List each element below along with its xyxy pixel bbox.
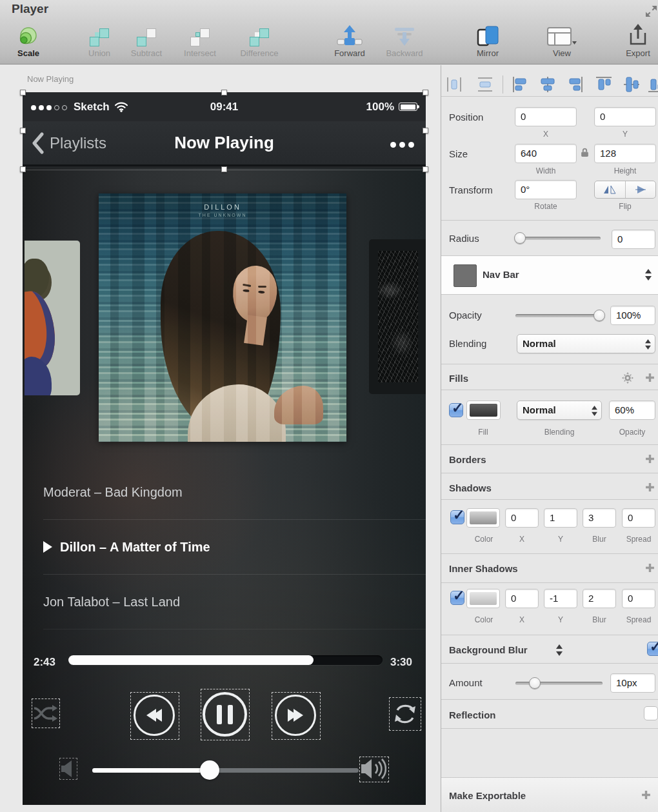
amount-slider[interactable] [515, 677, 603, 689]
fast-forward-button[interactable] [272, 692, 321, 740]
track-divider [43, 519, 426, 520]
align-bottom-icon[interactable] [648, 76, 658, 93]
volume-slider[interactable] [92, 760, 359, 780]
inner-shadow-color-swatch[interactable] [466, 589, 500, 608]
add-border-icon[interactable] [645, 454, 655, 464]
style-swatch[interactable] [454, 264, 477, 287]
shadow-y-field[interactable]: 1 [544, 508, 577, 528]
toolbar-button-view[interactable]: View [532, 22, 592, 58]
artboard-label[interactable]: Now Playing [27, 74, 74, 84]
fill-enabled-checkbox[interactable] [449, 403, 463, 417]
blending-dropdown[interactable]: Normal [517, 334, 655, 353]
volume-max-button[interactable] [359, 757, 389, 782]
add-inner-shadow-icon[interactable] [645, 563, 655, 573]
shadow-enabled-checkbox[interactable] [450, 510, 464, 524]
align-top-icon[interactable] [595, 76, 612, 93]
reflection-label: Reflection [449, 709, 496, 720]
toolbar-button-backward[interactable]: Backward [375, 22, 434, 58]
align-left-icon[interactable] [512, 76, 528, 93]
shadow-blur-field[interactable]: 3 [583, 508, 616, 528]
align-center-horizontal-icon[interactable] [540, 76, 555, 93]
toolbar-button-mirror[interactable]: Mirror [458, 22, 517, 58]
selection-handle-sw[interactable] [20, 166, 26, 172]
align-middle-vertical-icon[interactable] [623, 76, 640, 93]
shared-style-row[interactable]: Nav Bar [441, 256, 658, 294]
selection-handle-s[interactable] [221, 166, 227, 172]
make-exportable-row[interactable]: Make Exportable [441, 777, 658, 812]
reflection-checkbox[interactable] [644, 706, 658, 720]
inner-shadow-blur-field[interactable]: 2 [583, 589, 616, 608]
opacity-field[interactable]: 100% [610, 306, 655, 325]
style-stepper-icon[interactable] [645, 268, 652, 281]
album-art-next[interactable] [369, 239, 426, 394]
toolbar-button-scale[interactable]: Scale [0, 22, 58, 58]
add-shadow-icon[interactable] [645, 482, 655, 492]
add-fill-icon[interactable] [645, 373, 655, 382]
shadow-x-field[interactable]: 0 [505, 508, 539, 528]
fill-opacity-field[interactable]: 60% [609, 401, 655, 420]
intersect-icon [170, 22, 230, 46]
design-canvas[interactable]: Now Playing Sketch 09:41 100% Playlis [0, 65, 441, 812]
position-y-field[interactable]: 0 [594, 107, 656, 126]
album-art-current[interactable]: DILLON THE UNKNOWN [99, 193, 346, 442]
track-row-playing[interactable]: Dillon – A Matter of Time [43, 538, 413, 556]
blur-type-stepper-icon[interactable] [556, 644, 563, 657]
repeat-button[interactable] [389, 697, 421, 731]
fill-color-swatch[interactable] [466, 401, 501, 420]
gear-icon[interactable] [622, 372, 633, 384]
progress-bar[interactable] [68, 655, 383, 665]
selection-handle-nw[interactable] [20, 90, 26, 95]
selection-handle-w[interactable] [20, 128, 26, 134]
inner-shadow-x-field[interactable]: 0 [505, 589, 539, 608]
amount-field[interactable]: 10px [610, 673, 655, 693]
add-export-icon[interactable] [641, 790, 651, 800]
opacity-slider-thumb[interactable] [593, 310, 605, 321]
shuffle-button[interactable] [32, 698, 60, 728]
selection-handle-ne[interactable] [423, 90, 428, 95]
shadow-spread-field[interactable]: 0 [622, 508, 655, 528]
flip-control[interactable] [594, 181, 656, 199]
distribute-horizontally-icon[interactable] [446, 76, 462, 93]
selection-handle-e[interactable] [423, 128, 428, 134]
toolbar-button-intersect[interactable]: Intersect [170, 22, 230, 58]
fullscreen-icon[interactable] [646, 6, 657, 17]
flip-vertical-icon[interactable] [626, 181, 656, 198]
status-bar[interactable]: Sketch 09:41 100% [23, 92, 426, 121]
shadow-color-swatch[interactable] [466, 508, 500, 528]
inner-shadow-spread-field[interactable]: 0 [622, 589, 655, 608]
radius-slider-thumb[interactable] [514, 232, 526, 244]
volume-thumb[interactable] [200, 760, 219, 780]
radius-slider[interactable] [515, 232, 601, 244]
amount-slider-thumb[interactable] [529, 677, 541, 689]
more-dots-icon[interactable] [390, 142, 414, 148]
toolbar-button-forward[interactable]: Forward [320, 22, 379, 58]
track-row[interactable]: Moderat – Bad Kingdom [43, 483, 413, 501]
position-x-field[interactable]: 0 [515, 107, 577, 126]
rotate-field[interactable]: 0° [515, 180, 577, 199]
size-width-field[interactable]: 640 [515, 144, 577, 163]
album-art-previous[interactable] [25, 241, 80, 395]
toolbar-button-subtract[interactable]: Subtract [117, 22, 176, 58]
size-height-field[interactable]: 128 [594, 144, 656, 163]
flip-horizontal-icon[interactable] [595, 181, 626, 198]
fill-blending-dropdown[interactable]: Normal [517, 401, 602, 420]
toolbar: Player Mask Scale Union Subtract Interse… [0, 0, 658, 64]
pause-button[interactable] [201, 689, 250, 740]
toolbar-button-export[interactable]: Export [608, 22, 658, 58]
lock-ratio-icon[interactable] [581, 148, 589, 157]
opacity-slider[interactable] [515, 309, 603, 322]
selection-handle-n[interactable] [221, 90, 227, 95]
distribute-vertically-icon[interactable] [477, 76, 494, 93]
radius-field[interactable]: 0 [612, 230, 655, 249]
toolbar-button-difference[interactable]: Difference [230, 22, 289, 58]
inner-shadow-enabled-checkbox[interactable] [450, 591, 464, 605]
nav-bar[interactable]: Playlists Now Playing [23, 121, 426, 166]
background-blur-checkbox[interactable] [647, 642, 658, 656]
selection-handle-se[interactable] [423, 166, 428, 172]
track-row[interactable]: Jon Talabot – Last Land [43, 593, 413, 611]
volume-min-button[interactable] [59, 758, 77, 780]
inner-shadow-y-field[interactable]: -1 [544, 589, 577, 608]
align-right-icon[interactable] [568, 76, 583, 93]
rewind-button[interactable] [130, 692, 179, 740]
artboard-now-playing[interactable]: Sketch 09:41 100% Playlists Now Playing [23, 92, 426, 805]
